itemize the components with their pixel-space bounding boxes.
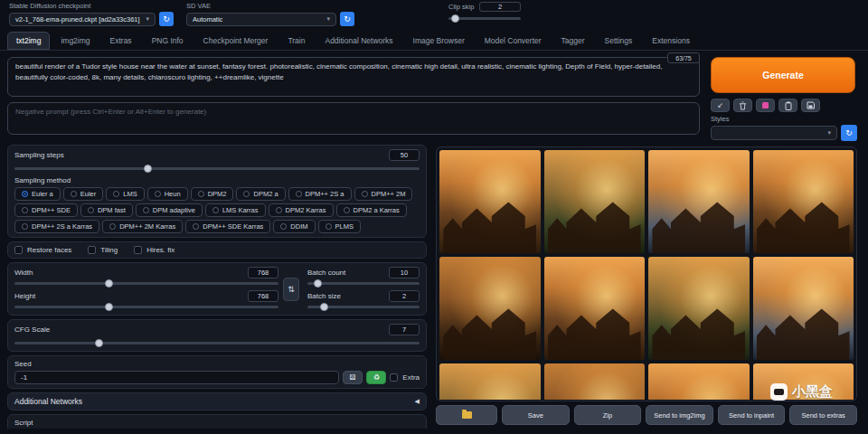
batch-count-slider[interactable]: [307, 278, 420, 288]
styles-select[interactable]: ▾: [711, 126, 837, 140]
radio-icon: [344, 207, 350, 213]
sampler-dpm-fast[interactable]: DPM fast: [80, 203, 133, 217]
gallery-thumbnail[interactable]: [544, 363, 646, 400]
hires-fix-checkbox[interactable]: Hires. fix: [134, 246, 175, 254]
tab-tagger[interactable]: Tagger: [552, 32, 594, 50]
swap-dimensions-button[interactable]: ⇅: [283, 278, 299, 301]
vae-select[interactable]: Automatic ▾: [186, 13, 336, 26]
tab-img2img[interactable]: img2img: [52, 32, 99, 50]
width-slider[interactable]: [14, 278, 278, 288]
extra-seed-checkbox[interactable]: Extra: [390, 373, 420, 382]
gallery-action-send-to-img2img[interactable]: Send to img2img: [646, 405, 713, 425]
sampler-plms[interactable]: PLMS: [318, 220, 361, 233]
tab-model-converter[interactable]: Model Converter: [476, 32, 551, 50]
restore-faces-checkbox[interactable]: Restore faces: [14, 246, 71, 254]
apply-style-button[interactable]: [778, 99, 797, 112]
top-bar: Stable Diffusion checkpoint v2-1_768-ema…: [0, 0, 868, 29]
save-style-button[interactable]: [801, 99, 820, 112]
batch-size-value[interactable]: 2: [389, 290, 420, 302]
collapse-arrow-icon: ◀: [415, 398, 420, 405]
sampler-dpm-sde[interactable]: DPM++ SDE: [14, 203, 78, 217]
toggles-block: Restore faces Tiling Hires. fix: [7, 241, 427, 259]
tab-png-info[interactable]: PNG Info: [143, 32, 193, 50]
sampler-lms[interactable]: LMS: [106, 187, 144, 201]
tab-additional-networks[interactable]: Additional Networks: [316, 32, 401, 50]
gallery-action-send-to-inpaint[interactable]: Send to inpaint: [718, 405, 786, 425]
sampling-steps-slider[interactable]: [14, 164, 420, 173]
image-gallery: [439, 150, 854, 400]
tiling-checkbox[interactable]: Tiling: [88, 246, 118, 254]
styles-refresh-button[interactable]: ↻: [841, 125, 857, 141]
generate-button[interactable]: Generate: [711, 57, 855, 93]
gallery-thumbnail[interactable]: [544, 257, 646, 360]
sampler-dpm-2m[interactable]: DPM++ 2M: [354, 187, 413, 201]
vae-group: SD VAE Automatic ▾ ↻: [186, 2, 354, 26]
tab-checkpoint-merger[interactable]: Checkpoint Merger: [194, 32, 278, 50]
height-slider[interactable]: [14, 302, 278, 311]
sampler-dpm-2s-a[interactable]: DPM++ 2S a: [288, 187, 352, 201]
batch-count-value[interactable]: 10: [389, 267, 420, 278]
gallery-thumbnail[interactable]: [648, 363, 750, 400]
gallery-thumbnail[interactable]: [753, 257, 854, 360]
tab-train[interactable]: Train: [278, 32, 314, 50]
gallery-thumbnail[interactable]: [648, 257, 750, 360]
tab-extensions[interactable]: Extensions: [643, 32, 699, 50]
checkpoint-refresh-button[interactable]: ↻: [159, 12, 174, 26]
sampler-euler[interactable]: Euler: [63, 187, 104, 201]
cfg-scale-slider[interactable]: [14, 338, 420, 347]
width-value[interactable]: 768: [248, 267, 278, 278]
sampler-options: Euler aEulerLMSHeunDPM2DPM2 aDPM++ 2S aD…: [14, 187, 420, 233]
gallery-thumbnail[interactable]: [544, 150, 646, 253]
random-seed-button[interactable]: ⚄: [343, 371, 363, 384]
batch-size-slider[interactable]: [307, 302, 420, 311]
sampler-dpm-2s-a-karras[interactable]: DPM++ 2S a Karras: [14, 220, 99, 233]
cfg-scale-value[interactable]: 7: [389, 324, 420, 335]
vae-refresh-button[interactable]: ↻: [340, 12, 354, 26]
reuse-seed-button[interactable]: ♻: [366, 371, 386, 384]
sampler-dpm2[interactable]: DPM2: [191, 187, 234, 201]
sampler-euler-a[interactable]: Euler a: [14, 187, 61, 201]
sampling-steps-value[interactable]: 50: [389, 149, 420, 161]
tab-extras[interactable]: Extras: [101, 32, 141, 50]
clear-prompt-button[interactable]: [733, 99, 752, 112]
seed-label: Seed: [14, 360, 420, 368]
gallery-thumbnail[interactable]: [439, 257, 541, 360]
sampler-dpm-adaptive[interactable]: DPM adaptive: [136, 203, 203, 217]
sampler-dpm2-a-karras[interactable]: DPM2 a Karras: [336, 203, 407, 217]
open-folder-button[interactable]: [436, 405, 497, 425]
refresh-icon: ↻: [845, 129, 853, 137]
gallery-thumbnail[interactable]: [439, 363, 541, 400]
sampler-dpm-sde-karras[interactable]: DPM++ SDE Karras: [185, 220, 270, 233]
clip-skip-slider[interactable]: [448, 14, 521, 23]
gallery-thumbnail[interactable]: [753, 150, 854, 253]
radio-icon: [22, 207, 28, 213]
height-value[interactable]: 768: [248, 290, 278, 302]
sampler-ddim[interactable]: DDIM: [273, 220, 315, 233]
sampler-lms-karras[interactable]: LMS Karras: [205, 203, 266, 217]
radio-icon: [155, 191, 161, 197]
tab-settings[interactable]: Settings: [596, 32, 642, 50]
seed-input[interactable]: -1: [14, 371, 339, 384]
gallery-thumbnail[interactable]: [648, 150, 750, 253]
tab-bar: txt2imgimg2imgExtrasPNG InfoCheckpoint M…: [0, 29, 868, 51]
sampler-dpm2-karras[interactable]: DPM2 Karras: [269, 203, 334, 217]
extra-networks-button[interactable]: [756, 99, 775, 112]
prompt-input[interactable]: beautiful render of a Tudor style house …: [7, 57, 700, 97]
read-generation-params-button[interactable]: ↙: [711, 99, 730, 112]
chevron-down-icon: ▾: [827, 129, 831, 137]
sampler-heun[interactable]: Heun: [147, 187, 188, 201]
negative-prompt-input[interactable]: [7, 102, 700, 135]
tab-image-browser[interactable]: Image Browser: [404, 32, 474, 50]
gallery-action-save[interactable]: Save: [502, 405, 570, 425]
clip-skip-value[interactable]: 2: [479, 2, 521, 12]
gallery-action-send-to-extras[interactable]: Send to extras: [789, 405, 857, 425]
save-icon: [807, 101, 815, 109]
radio-icon: [22, 191, 28, 197]
sampler-dpm2-a[interactable]: DPM2 a: [236, 187, 285, 201]
tab-txt2img[interactable]: txt2img: [7, 32, 50, 50]
checkpoint-select[interactable]: v2-1_768-ema-pruned.ckpt [ad2a33c361] ▾: [9, 13, 156, 26]
gallery-thumbnail[interactable]: [439, 150, 541, 253]
sampler-dpm-2m-karras[interactable]: DPM++ 2M Karras: [102, 220, 183, 233]
gallery-action-zip[interactable]: Zip: [574, 405, 642, 425]
additional-networks-header[interactable]: Additional Networks ◀: [7, 392, 427, 410]
